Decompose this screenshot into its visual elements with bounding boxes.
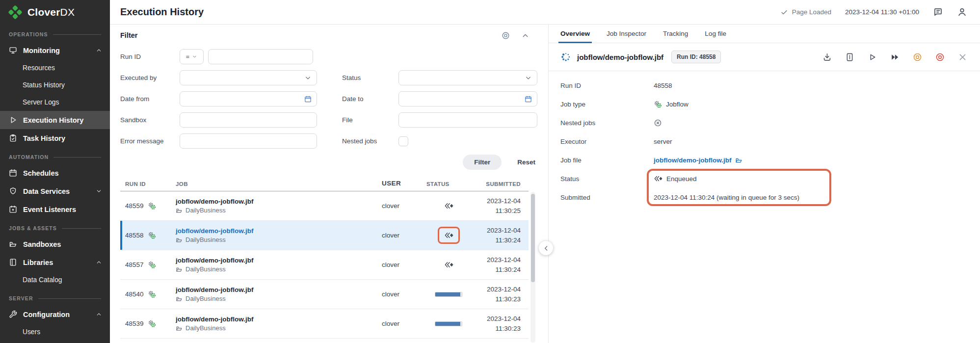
chat-icon[interactable] (933, 7, 943, 17)
target-icon[interactable] (502, 31, 510, 40)
filter-input-file[interactable] (398, 112, 537, 128)
job-sandbox: DailyBusiness (176, 295, 382, 302)
filter-button[interactable]: Filter (463, 155, 502, 170)
job-sandbox: DailyBusiness (176, 324, 382, 332)
filter-label-executed-by: Executed by (120, 74, 180, 81)
sandbox-name: DailyBusiness (185, 295, 226, 302)
tab-job-inspector[interactable]: Job Inspector (607, 30, 646, 43)
filter-select-executed-by[interactable] (180, 70, 317, 85)
tab-tracking[interactable]: Tracking (663, 30, 688, 43)
table-scrollbar-track[interactable] (530, 192, 535, 343)
detail-value-job-file[interactable]: jobflow/demo-jobflow.jbf (654, 157, 742, 164)
sidebar-item-data-services[interactable]: Data Services (0, 182, 110, 200)
sidebar-item-event-listeners[interactable]: Event Listeners (0, 200, 110, 218)
sidebar-item-monitoring[interactable]: Monitoring (0, 41, 110, 59)
sidebar-item-label: Sandboxes (23, 240, 61, 248)
user-cell: clover (382, 290, 426, 298)
spinner-icon (560, 52, 571, 62)
sidebar-item-task-history[interactable]: Task History (0, 129, 110, 147)
export-icon[interactable] (845, 53, 854, 62)
brand-logo[interactable]: CloverDX (0, 0, 110, 25)
sandbox-icon (176, 207, 183, 214)
abort-icon[interactable] (913, 53, 922, 62)
filter-select-status[interactable] (398, 70, 537, 85)
job-link[interactable]: jobflow/demo-jobflow.jbf (176, 286, 382, 293)
server-timestamp: 2023-12-04 11:30 +01:00 (845, 8, 919, 16)
table-row-48540[interactable]: 48540jobflow/demo-jobflow.jbfDailyBusine… (120, 280, 529, 309)
sidebar-item-configuration[interactable]: Configuration (0, 305, 110, 323)
table-row-48558[interactable]: 48558jobflow/demo-jobflow.jbfDailyBusine… (120, 221, 529, 250)
run-id-operator-select[interactable]: = (180, 49, 204, 64)
section-label-text: AUTOMATION (9, 154, 49, 160)
job-link[interactable]: jobflow/demo-jobflow.jbf (176, 257, 382, 264)
table-row-48559[interactable]: 48559jobflow/demo-jobflow.jbfDailyBusine… (120, 191, 529, 221)
close-icon[interactable] (958, 53, 967, 62)
user-icon[interactable] (957, 7, 967, 17)
run-id-input[interactable] (209, 50, 313, 64)
sidebar-section-label: SERVER (0, 289, 110, 305)
sidebar-item-label: Users (23, 328, 40, 336)
job-title: jobflow/demo-jobflow.jbf (577, 53, 663, 61)
job-sandbox: DailyBusiness (176, 207, 382, 214)
filter-date-value[interactable] (180, 92, 317, 106)
filter-select-value[interactable] (180, 71, 317, 85)
detail-value-executor: server (654, 138, 672, 145)
sidebar-item-label: Server Logs (23, 99, 59, 106)
tab-overview[interactable]: Overview (560, 30, 590, 43)
run-id-cell: 48558 (120, 231, 176, 239)
detail-value-submitted: 2023-12-04 11:30:24 (waiting in queue fo… (654, 194, 799, 201)
sidebar-item-execution-history[interactable]: Execution History (0, 111, 110, 129)
fast-forward-icon[interactable] (890, 53, 900, 62)
table-row-48557[interactable]: 48557jobflow/demo-jobflow.jbfDailyBusine… (120, 250, 529, 280)
sidebar-section-label: OPERATIONS (0, 25, 110, 41)
reset-button[interactable]: Reset (517, 158, 535, 166)
filter-date-date-to[interactable] (398, 91, 537, 106)
filter-text-value[interactable] (180, 134, 317, 148)
check-icon (780, 8, 788, 16)
sidebar-item-label: Task History (23, 134, 65, 142)
table-scrollbar-thumb[interactable] (531, 194, 535, 282)
sidebar-item-status-history[interactable]: Status History (0, 77, 110, 94)
run-id-input-wrap[interactable] (208, 49, 313, 64)
sidebar-item-server-logs[interactable]: Server Logs (0, 94, 110, 111)
brand-name: CloverDX (27, 6, 75, 18)
page-title: Execution History (120, 6, 204, 18)
tab-log-file[interactable]: Log file (705, 30, 726, 43)
chevron-up-icon[interactable] (521, 31, 530, 40)
sidebar-item-libraries[interactable]: Libraries (0, 253, 110, 271)
job-link[interactable]: jobflow/demo-jobflow.jbf (176, 227, 382, 235)
sidebar-section-label: AUTOMATION (0, 147, 110, 164)
kill-icon[interactable] (935, 53, 945, 62)
sidebar-item-data-catalog[interactable]: Data Catalog (0, 271, 110, 289)
sidebar-item-resources[interactable]: Resources (0, 59, 110, 77)
detail-value-nested-jobs (654, 119, 662, 127)
filter-date-date-from[interactable] (180, 91, 317, 106)
table-row-48539[interactable]: 48539jobflow/demo-jobflow.jbfDailyBusine… (120, 309, 529, 339)
collapse-panel-button[interactable] (539, 241, 553, 255)
filter-select-value[interactable] (399, 71, 537, 85)
chevron-up-icon (96, 47, 102, 53)
filter-text-value[interactable] (180, 113, 317, 127)
filter-input-sandbox[interactable] (180, 112, 317, 128)
filter-date-value[interactable] (399, 92, 537, 106)
job-link[interactable]: jobflow/demo-jobflow.jbf (176, 316, 382, 323)
sidebar-nav: OPERATIONSMonitoringResourcesStatus Hist… (0, 25, 110, 341)
filter-text-value[interactable] (399, 113, 537, 127)
filter-label-run-id: Run ID (120, 53, 180, 60)
sidebar-item-users[interactable]: Users (0, 323, 110, 341)
nested-jobs-checkbox[interactable] (398, 136, 408, 146)
sidebar-item-sandboxes[interactable]: Sandboxes (0, 235, 110, 253)
enqueued-status-icon (654, 174, 662, 183)
download-icon[interactable] (822, 53, 832, 62)
job-link[interactable]: jobflow/demo-jobflow.jbf (176, 198, 382, 205)
filter-row: Executed byStatus (120, 67, 548, 88)
run-icon[interactable] (868, 53, 877, 62)
calendar-icon (525, 95, 532, 103)
detail-row-executor: Executorserver (560, 132, 980, 151)
section-label-text: JOBS & ASSETS (9, 225, 57, 231)
main-area: Execution History Page Loaded 2023-12-04… (110, 0, 980, 343)
filter-input-error-message[interactable] (180, 133, 317, 149)
sidebar-item-schedules[interactable]: Schedules (0, 164, 110, 182)
sandbox-name: DailyBusiness (185, 207, 226, 214)
detail-label: Run ID (560, 82, 654, 89)
